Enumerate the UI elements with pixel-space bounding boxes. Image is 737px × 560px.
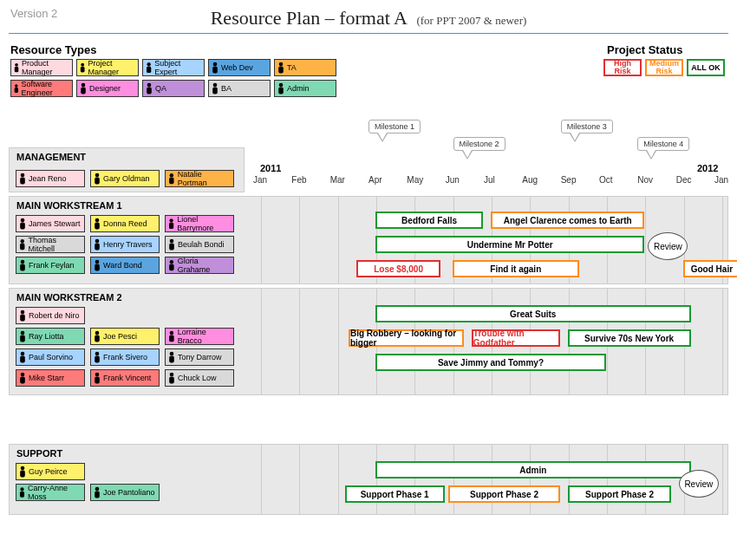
svg-rect-21 xyxy=(20,178,25,185)
timeline-bar[interactable]: Trouble with Godfather xyxy=(472,329,560,347)
svg-rect-13 xyxy=(81,88,86,94)
svg-point-4 xyxy=(147,62,151,66)
resource-types-heading: Resource Types xyxy=(10,43,96,56)
svg-point-6 xyxy=(213,62,218,67)
milestone-bubble: Milestone 3 xyxy=(561,120,613,133)
chip-label: Beulah Bondi xyxy=(178,240,225,249)
svg-rect-45 xyxy=(20,315,25,322)
resource-chip[interactable]: Joe Pesci xyxy=(90,328,160,345)
resource-chip[interactable]: Carry-Anne Moss xyxy=(16,484,85,501)
person-icon xyxy=(93,330,101,342)
person-icon xyxy=(211,82,219,94)
person-icon xyxy=(18,486,26,498)
chip-label: Ray Liotta xyxy=(29,332,64,341)
resource-chip[interactable]: Frank Feylan xyxy=(16,257,85,274)
timeline-bar[interactable]: Admin xyxy=(375,461,691,479)
chip-label: Thomas Mitchell xyxy=(29,236,82,253)
resource-chip[interactable]: Donna Reed xyxy=(90,215,160,232)
chip-label: Web Dev xyxy=(221,63,253,72)
timeline-bar[interactable]: Support Phase 2 xyxy=(448,485,560,503)
timeline-bar[interactable]: Great Suits xyxy=(375,305,691,322)
resource-chip[interactable]: Ward Bond xyxy=(90,257,160,274)
resource-chip[interactable]: Gloria Grahame xyxy=(165,257,234,274)
resource-chip[interactable]: QA xyxy=(142,80,205,97)
person-icon xyxy=(93,238,101,251)
resource-chip[interactable]: Mike Starr xyxy=(16,369,85,387)
timeline-bar[interactable]: Survive 70s New York xyxy=(568,329,691,347)
timeline-bar[interactable]: Lose $8,000 xyxy=(356,260,441,277)
resource-chip[interactable]: Frank Vincent xyxy=(90,369,160,387)
timeline-bar[interactable]: Support Phase 1 xyxy=(345,485,445,503)
chip-label: Gloria Grahame xyxy=(178,257,232,274)
timeline-bar[interactable]: Angel Clarence comes to Earth xyxy=(491,212,644,229)
resource-chip[interactable]: Robert de Niro xyxy=(16,307,85,324)
person-icon xyxy=(167,351,176,363)
timeline-bar[interactable]: Undermine Mr Potter xyxy=(375,236,644,253)
chip-label: Paul Sorvino xyxy=(29,353,73,361)
resource-chip[interactable]: Beulah Bondi xyxy=(165,236,234,253)
review-oval[interactable]: Review xyxy=(679,470,719,498)
person-icon xyxy=(18,372,27,384)
status-chip[interactable]: High Risk xyxy=(603,59,642,76)
person-icon xyxy=(18,351,27,363)
timeline-bar[interactable]: Big Robbery – looking for bigger xyxy=(349,329,464,347)
resource-chip[interactable]: Designer xyxy=(76,80,139,97)
svg-rect-41 xyxy=(95,264,100,271)
resource-chip[interactable]: Subject Expert xyxy=(142,59,205,76)
resource-chip[interactable]: Lorraine Bracco xyxy=(165,328,234,345)
chip-label: Gary Oldman xyxy=(103,174,150,183)
resource-chip[interactable]: Thomas Mitchell xyxy=(16,236,85,253)
resource-chip[interactable]: Project Manager xyxy=(76,59,139,76)
review-oval[interactable]: Review xyxy=(648,232,688,260)
person-icon xyxy=(167,259,176,271)
resource-chip[interactable]: Lionel Barrymore xyxy=(165,215,234,232)
resource-chip[interactable]: Product Manager xyxy=(10,59,73,76)
resource-chip[interactable]: James Stewart xyxy=(16,215,85,232)
resource-chip[interactable]: Software Engineer xyxy=(10,80,73,97)
person-icon xyxy=(18,466,27,478)
svg-point-20 xyxy=(21,173,25,178)
resource-chip[interactable]: Admin xyxy=(274,80,336,97)
person-icon xyxy=(93,218,101,230)
timeline-bar[interactable]: Support Phase 2 xyxy=(568,485,672,503)
svg-rect-17 xyxy=(212,88,218,94)
svg-rect-1 xyxy=(15,67,19,72)
status-chip[interactable]: Medium Risk xyxy=(645,59,683,76)
svg-point-58 xyxy=(21,373,25,377)
person-icon xyxy=(18,173,27,185)
resource-chip[interactable]: Chuck Low xyxy=(165,369,234,387)
svg-point-54 xyxy=(95,352,100,356)
resource-chip[interactable]: Gary Oldman xyxy=(90,170,160,187)
resource-chip[interactable]: Henry Travers xyxy=(90,236,160,253)
status-chip[interactable]: ALL OK xyxy=(687,59,725,76)
resource-chip[interactable]: Paul Sorvino xyxy=(16,348,85,366)
month-label: Mar xyxy=(330,175,345,185)
timeline-bar[interactable]: Bedford Falls xyxy=(375,212,483,229)
person-icon xyxy=(167,173,176,185)
svg-rect-39 xyxy=(20,264,25,271)
resource-chip[interactable]: Tony Darrow xyxy=(165,348,234,366)
timeline-bar[interactable]: Find it again xyxy=(453,260,579,277)
resource-chip[interactable]: Joe Pantoliano xyxy=(90,484,160,501)
svg-rect-63 xyxy=(169,377,174,384)
chip-label: Robert de Niro xyxy=(29,311,80,320)
timeline-bar[interactable]: Good Hair xyxy=(683,260,737,277)
chip-label: Tony Darrow xyxy=(178,353,222,361)
resource-chip[interactable]: Guy Peirce xyxy=(16,463,85,480)
resource-chip[interactable]: Ray Liotta xyxy=(16,328,85,345)
chip-label: Subject Expert xyxy=(154,59,202,76)
resource-chip[interactable]: BA xyxy=(208,80,271,97)
resource-chip[interactable]: Web Dev xyxy=(208,59,271,76)
month-label: May xyxy=(407,175,423,185)
resource-chip[interactable]: TA xyxy=(274,59,336,76)
svg-point-40 xyxy=(95,260,100,264)
resource-chip[interactable]: Jean Reno xyxy=(16,170,85,187)
svg-rect-9 xyxy=(278,67,284,74)
resource-chip[interactable]: Natalie Portman xyxy=(165,170,234,187)
svg-point-52 xyxy=(21,352,25,356)
resource-chip[interactable]: Frank Sivero xyxy=(90,348,160,366)
person-icon xyxy=(93,486,101,498)
svg-point-42 xyxy=(170,260,173,264)
person-icon xyxy=(13,82,20,94)
timeline-bar[interactable]: Save Jimmy and Tommy? xyxy=(375,354,606,371)
